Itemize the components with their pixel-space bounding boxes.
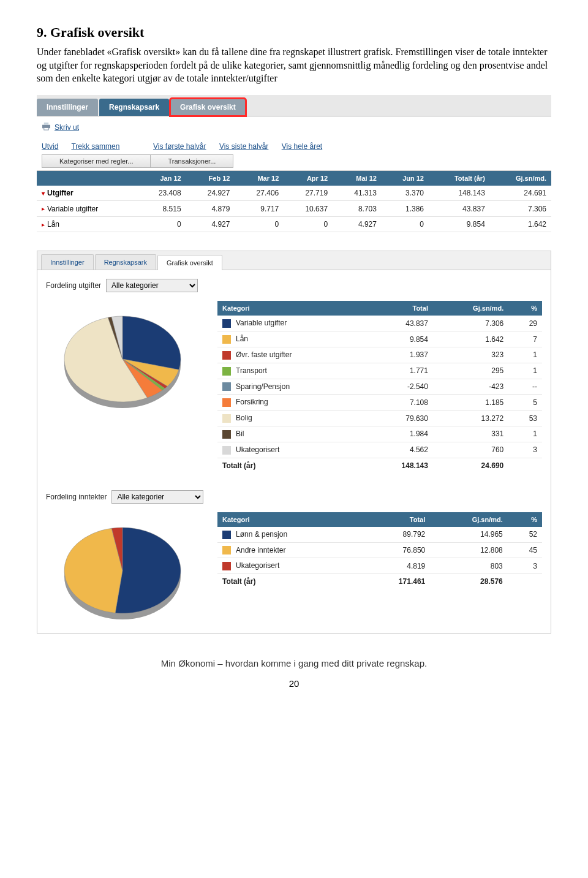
tab2-grafisk-oversikt[interactable]: Grafisk oversikt [157,255,222,270]
toolbar: Skriv ut Utvid Trekk sammen Vis første h… [37,116,551,171]
table-utgifter: KategoriTotalGj.sn/md.% Variable utgifte… [217,301,542,472]
print-link[interactable]: Skriv ut [42,123,79,132]
cell: 295 [433,363,508,379]
select-inntekter[interactable]: Alle kategorier [111,490,203,504]
cell: 52 [508,527,542,542]
btn-kategoriser[interactable]: Kategoriser med regler... [42,154,151,168]
cell: 24.927 [186,186,235,201]
page-number: 20 [37,678,551,689]
color-swatch [222,367,231,376]
col-header: Kategori [217,301,365,316]
cell: 12.808 [430,542,508,558]
link-vis-hele[interactable]: Vis hele året [282,142,323,151]
cell: 0 [284,216,333,232]
cell: 1.984 [365,426,433,442]
section-utgifter: KategoriTotalGj.sn/md.% Variable utgifte… [46,301,542,472]
select-utgifter[interactable]: Alle kategorier [106,279,198,292]
expand-arrow-icon[interactable]: ▸ [42,221,45,228]
printer-icon [42,123,51,132]
color-swatch [222,382,231,391]
table-row: Lån9.8541.6427 [217,331,542,347]
cell: 1.642 [433,331,508,347]
color-swatch [222,319,231,328]
tab-regnskapsark[interactable]: Regnskapsark [99,99,169,116]
link-vis-siste[interactable]: Vis siste halvår [219,142,268,151]
pie-slice [64,528,123,613]
cell: 1 [508,347,542,363]
tabs-bar: Innstillinger Regnskapsark Grafisk overs… [37,95,551,116]
cell: 41.313 [333,186,382,201]
col-header: Gj.sn/md. [430,512,508,527]
cell: 3 [508,442,542,458]
table-row: Andre inntekter76.85012.80845 [217,542,542,558]
label-fordeling-utgifter: Fordeling utgifter [46,281,101,290]
cell: 1.937 [365,347,433,363]
col-header: Gj.sn/md. [433,301,508,316]
table-row: Sparing/Pensjon-2.540-423-- [217,379,542,395]
table-row: Lønn & pensjon89.79214.96552 [217,527,542,542]
col-header: Kategori [217,512,361,527]
link-utvid[interactable]: Utvid [42,142,58,151]
cell: -- [508,379,542,395]
table-row: Ukategorisert4.5627603 [217,442,542,458]
table-row: Bolig79.63013.27253 [217,411,542,426]
screenshot-grafisk-oversikt: Innstillinger Regnskapsark Grafisk overs… [37,251,551,633]
cell: 9.854 [365,331,433,347]
cell: 1.185 [433,395,508,411]
cell: 4.879 [186,201,235,217]
color-swatch [222,430,231,439]
cell: 1.386 [382,201,429,217]
col-header: Jun 12 [382,171,429,186]
col-header: Gj.sn/md. [490,171,551,186]
expand-arrow-icon[interactable]: ▾ [42,190,45,197]
cell: 323 [433,347,508,363]
cell: 43.837 [365,316,433,331]
cell: 8.515 [137,201,186,217]
col-header: Feb 12 [186,171,235,186]
table-row[interactable]: ▸ Lån04.927004.92709.8541.642 [37,216,551,232]
color-swatch [222,414,231,423]
total-row: Totalt (år)171.46128.576 [217,574,542,589]
color-swatch [222,531,231,539]
col-header: Mar 12 [235,171,284,186]
cell: 29 [508,316,542,331]
cell: 1 [508,426,542,442]
btn-transaksjoner[interactable]: Transaksjoner... [150,154,233,168]
cell: 23.408 [137,186,186,201]
col-header: % [508,512,542,527]
cell: 76.850 [361,542,431,558]
cell: 10.637 [284,201,333,217]
print-label: Skriv ut [55,123,79,132]
cell: 0 [382,216,429,232]
tab2-regnskapsark[interactable]: Regnskapsark [95,254,156,270]
select-row-utgifter: Fordeling utgifter Alle kategorier [46,279,542,292]
cell: 9.717 [235,201,284,217]
svg-rect-1 [44,123,48,125]
link-trekk-sammen[interactable]: Trekk sammen [71,142,119,151]
cell: 4.819 [361,558,431,574]
link-vis-forste[interactable]: Vis første halvår [153,142,206,151]
intro-paragraph: Under fanebladet «Grafisk oversikt» kan … [37,45,551,85]
tab-innstillinger[interactable]: Innstillinger [37,99,98,116]
cell: 148.143 [429,186,490,201]
cell: -423 [433,379,508,395]
section-heading: 9. Grafisk oversikt [37,25,551,40]
cell: 4.562 [365,442,433,458]
color-swatch [222,562,231,570]
cell: 27.719 [284,186,333,201]
cell: 0 [235,216,284,232]
color-swatch [222,335,231,344]
cell: 7.306 [490,201,551,217]
table-row: Variable utgifter43.8377.30629 [217,316,542,331]
table-row[interactable]: ▸ Variable utgifter8.5154.8799.71710.637… [37,201,551,217]
tab2-innstillinger[interactable]: Innstillinger [41,254,94,270]
table-row[interactable]: ▾ Utgifter23.40824.92727.40627.71941.313… [37,186,551,201]
tab-grafisk-oversikt[interactable]: Grafisk oversikt [170,99,246,116]
expand-arrow-icon[interactable]: ▸ [42,205,45,212]
pie-inntekter [46,512,199,624]
table-row: Bil1.9843311 [217,426,542,442]
regnskap-table: Jan 12Feb 12Mar 12Apr 12Mai 12Jun 12Tota… [37,171,551,233]
screenshot-regnskapsark: Innstillinger Regnskapsark Grafisk overs… [37,95,551,233]
cell: 79.630 [365,411,433,426]
table-inntekter: KategoriTotalGj.sn/md.% Lønn & pensjon89… [217,512,542,589]
